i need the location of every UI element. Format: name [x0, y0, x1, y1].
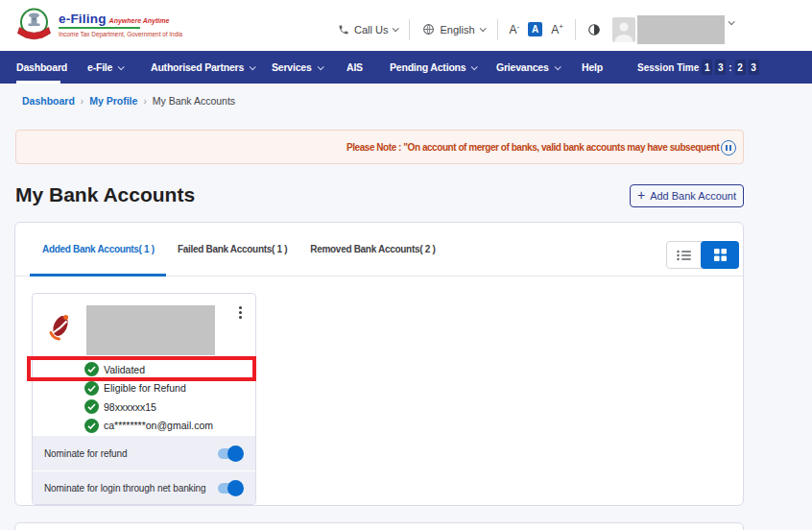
- top-header: e-Filing Anywhere Anytime Income Tax Dep…: [0, 0, 812, 51]
- call-us-label: Call Us: [354, 24, 388, 36]
- chevron-down-icon: [554, 63, 561, 70]
- user-avatar[interactable]: [612, 17, 635, 42]
- brand-tagline: Anywhere Anytime: [109, 17, 170, 24]
- nominate-netbanking-row: Nominate for login through net banking: [33, 470, 255, 505]
- chevron-down-icon: [317, 63, 323, 70]
- tab-failed-bank-accounts[interactable]: Failed Bank Accounts( 1 ): [166, 223, 299, 277]
- nav-authorised-partners[interactable]: Authorised Partners: [151, 51, 254, 84]
- chevron-down-icon: [118, 63, 125, 70]
- header-divider: [409, 19, 410, 40]
- session-digit: 3: [715, 60, 726, 75]
- status-eligible-refund: Eligible for Refund: [33, 379, 255, 398]
- session-digit: 3: [749, 60, 759, 75]
- chevron-down-icon: [250, 63, 256, 70]
- grid-view-button[interactable]: [701, 241, 739, 269]
- check-icon: [84, 399, 99, 414]
- brand-block: e-Filing Anywhere Anytime Income Tax Dep…: [59, 12, 182, 37]
- person-icon: [612, 17, 635, 42]
- next-section-card: [14, 522, 744, 530]
- active-tab-underline: [30, 274, 166, 277]
- list-view-icon: [677, 250, 692, 261]
- nav-help[interactable]: Help: [582, 51, 603, 84]
- session-label: Session Time: [637, 62, 699, 73]
- page-title: My Bank Accounts: [15, 183, 195, 206]
- grid-view-icon: [714, 249, 727, 261]
- check-icon: [84, 419, 99, 433]
- language-menu[interactable]: English: [422, 23, 484, 36]
- tab-added-bank-accounts[interactable]: Added Bank Accounts( 1 ): [31, 223, 166, 277]
- tab-removed-bank-accounts[interactable]: Removed Bank Accounts( 2 ): [299, 223, 446, 277]
- app-root: e-Filing Anywhere Anytime Income Tax Dep…: [0, 0, 812, 530]
- nav-active-underline: [16, 81, 60, 84]
- breadcrumb-separator: ›: [143, 96, 146, 107]
- nominate-netbanking-toggle[interactable]: [218, 480, 244, 496]
- breadcrumb-current: My Bank Accounts: [153, 95, 235, 107]
- breadcrumb-my-profile[interactable]: My Profile: [89, 95, 137, 107]
- user-name-redacted[interactable]: [637, 15, 725, 44]
- check-icon: [84, 381, 99, 396]
- bank-name-redacted: [86, 305, 215, 355]
- notice-banner: Please Note : "On account of merger of b…: [15, 130, 744, 164]
- nav-services[interactable]: Services: [272, 51, 322, 84]
- bank-account-tile: Validated Eligible for Refund 98xxxxxx15…: [32, 293, 256, 505]
- brand-name: e-Filing: [59, 12, 107, 26]
- font-increase-button[interactable]: A+: [551, 22, 563, 36]
- contrast-icon: [587, 23, 601, 36]
- status-email: ca********on@gmail.com: [33, 417, 255, 436]
- pause-marquee-button[interactable]: [721, 140, 736, 156]
- nominate-toggles: Nominate for refund Nominate for login t…: [33, 436, 255, 505]
- chevron-down-icon: [471, 63, 478, 70]
- brand-divider: [59, 27, 140, 29]
- chevron-down-icon: [479, 25, 486, 32]
- phone-icon: [338, 24, 349, 36]
- language-label: English: [440, 24, 474, 36]
- add-bank-account-button[interactable]: + Add Bank Account: [630, 184, 744, 207]
- session-separator: :: [728, 62, 731, 73]
- header-divider: [575, 19, 576, 40]
- bank-logo: [48, 313, 72, 345]
- session-digit: 1: [702, 60, 712, 75]
- nav-efile[interactable]: e-File: [87, 51, 123, 84]
- call-us-menu[interactable]: Call Us: [338, 24, 397, 36]
- font-size-controls: A- A A+: [510, 22, 563, 36]
- breadcrumb-dashboard[interactable]: Dashboard: [22, 95, 75, 107]
- view-toggle: [666, 241, 739, 269]
- font-decrease-button[interactable]: A-: [510, 22, 520, 36]
- chevron-down-icon: [393, 25, 399, 32]
- validated-highlight-annotation: [27, 356, 256, 381]
- session-digit: 2: [735, 60, 746, 75]
- font-normal-button[interactable]: A: [528, 22, 542, 36]
- status-phone: 98xxxxxx15: [33, 398, 255, 417]
- user-menu-chevron-icon[interactable]: [728, 18, 735, 25]
- notice-text: Please Note : "On account of merger of b…: [346, 142, 734, 153]
- breadcrumb: Dashboard › My Profile › My Bank Account…: [22, 95, 235, 107]
- main-nav: Dashboard e-File Authorised Partners Ser…: [0, 51, 812, 84]
- govt-emblem-logo: [16, 7, 52, 49]
- kebab-menu-button[interactable]: [232, 303, 248, 322]
- nav-dashboard[interactable]: Dashboard: [16, 51, 67, 84]
- breadcrumb-separator: ›: [81, 96, 84, 107]
- nominate-refund-toggle[interactable]: [218, 446, 244, 462]
- list-view-button[interactable]: [667, 242, 701, 268]
- plus-icon: +: [637, 187, 645, 203]
- header-controls: Call Us English A- A A+: [338, 4, 733, 55]
- globe-icon: [422, 23, 435, 36]
- session-timer: Session Time 1 3 : 2 3: [637, 51, 759, 84]
- tab-bar: Added Bank Accounts( 1 ) Failed Bank Acc…: [15, 223, 743, 277]
- contrast-toggle[interactable]: [587, 23, 601, 36]
- brand-dept: Income Tax Department, Government of Ind…: [59, 31, 182, 37]
- nav-grievances[interactable]: Grievances: [496, 51, 560, 84]
- nav-ais[interactable]: AIS: [346, 51, 363, 84]
- nav-pending-actions[interactable]: Pending Actions: [390, 51, 476, 84]
- nominate-refund-row: Nominate for refund: [33, 436, 255, 470]
- header-divider: [497, 19, 498, 40]
